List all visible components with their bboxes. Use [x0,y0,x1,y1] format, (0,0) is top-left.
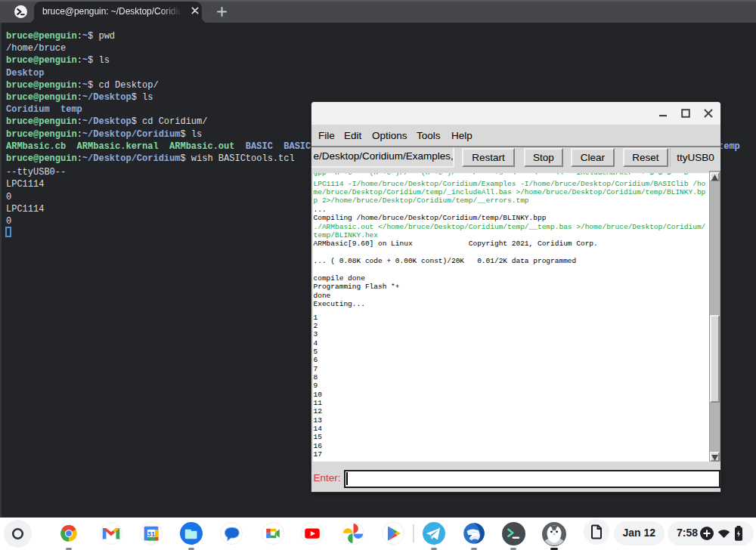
svg-text:31: 31 [147,530,155,538]
